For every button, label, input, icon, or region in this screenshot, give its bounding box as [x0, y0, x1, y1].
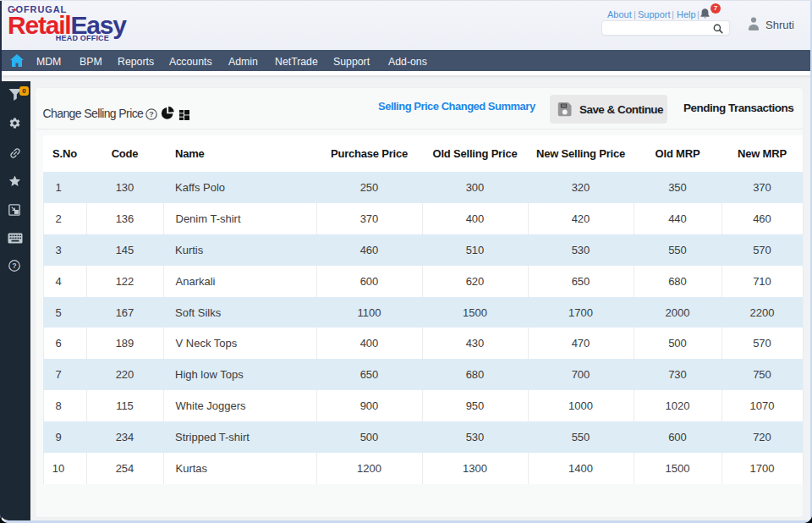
svg-text:?: ? [12, 262, 16, 270]
svg-text:?: ? [149, 110, 154, 118]
